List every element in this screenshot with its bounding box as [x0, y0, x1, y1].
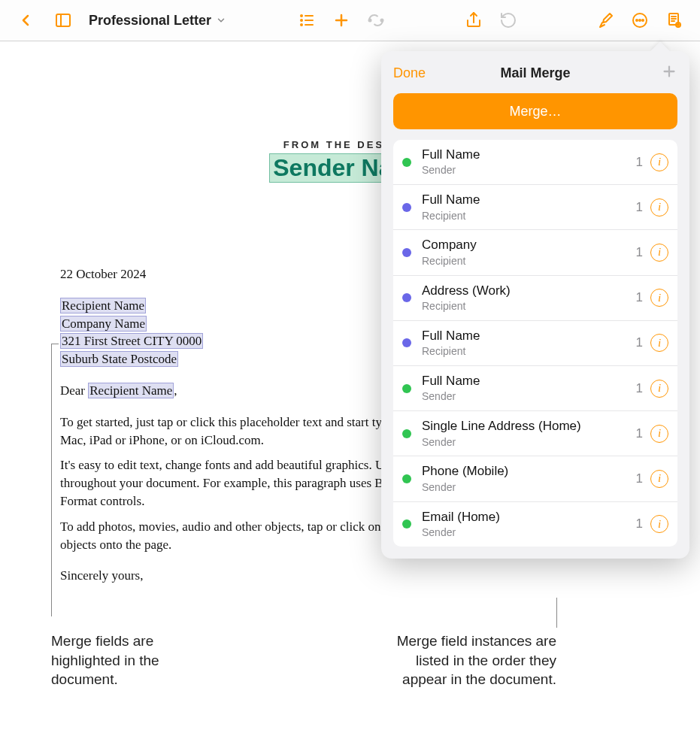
- info-icon[interactable]: i: [650, 289, 668, 307]
- field-count: 1: [636, 471, 643, 486]
- svg-point-2: [301, 15, 302, 17]
- field-dot-icon: [402, 338, 411, 347]
- field-dot-icon: [402, 293, 411, 302]
- callout-leader-right-v: [556, 598, 557, 628]
- info-icon[interactable]: i: [650, 198, 668, 217]
- field-count: 1: [636, 200, 643, 215]
- svg-point-11: [381, 20, 383, 22]
- salutation-prefix: Dear: [60, 383, 88, 398]
- field-role-label: Recipient: [422, 210, 636, 223]
- info-icon[interactable]: i: [650, 380, 668, 398]
- more-icon[interactable]: [623, 4, 656, 37]
- document-title-text: Professional Letter: [89, 13, 211, 29]
- field-count: 1: [636, 335, 643, 350]
- field-dot-icon: [402, 474, 411, 483]
- document-title[interactable]: Professional Letter: [89, 13, 226, 29]
- callouts-area: Merge fields are highlighted in the docu…: [0, 616, 700, 748]
- field-role-label: Recipient: [422, 300, 636, 313]
- field-count: 1: [636, 516, 643, 531]
- svg-point-4: [301, 20, 302, 21]
- info-icon[interactable]: i: [650, 153, 668, 171]
- merge-field-row[interactable]: Company Recipient 1 i: [393, 230, 677, 275]
- salutation-suffix: ,: [174, 383, 177, 398]
- recipient-name-merge-field[interactable]: Recipient Name: [60, 298, 146, 313]
- field-count: 1: [636, 290, 643, 305]
- field-dot-icon: [402, 384, 411, 393]
- merge-field-row[interactable]: Phone (Mobile) Sender 1 i: [393, 456, 677, 501]
- merge-field-list: Full Name Sender 1 i Full Name Recipient…: [393, 140, 677, 547]
- popover-title: Mail Merge: [500, 65, 570, 81]
- field-role-label: Sender: [422, 481, 636, 494]
- svg-point-10: [369, 20, 371, 22]
- field-role-label: Sender: [422, 164, 636, 177]
- field-name-label: Company: [422, 238, 636, 253]
- info-icon[interactable]: i: [650, 334, 668, 352]
- back-icon[interactable]: [9, 4, 42, 37]
- merge-field-row[interactable]: Email (Home) Sender 1 i: [393, 502, 677, 547]
- field-name-label: Full Name: [422, 147, 636, 162]
- document-settings-icon[interactable]: [658, 4, 691, 37]
- info-icon[interactable]: i: [650, 515, 668, 533]
- field-name-label: Full Name: [422, 329, 636, 344]
- collaboration-icon[interactable]: [359, 4, 392, 37]
- chevron-down-icon: [216, 15, 226, 26]
- callout-leader-left-v: [51, 344, 52, 616]
- field-role-label: Recipient: [422, 255, 636, 268]
- field-dot-icon: [402, 248, 411, 257]
- merge-field-row[interactable]: Full Name Sender 1 i: [393, 366, 677, 411]
- field-role-label: Sender: [422, 526, 636, 539]
- field-dot-icon: [402, 429, 411, 438]
- merge-button[interactable]: Merge…: [393, 93, 677, 129]
- list-view-icon[interactable]: [290, 4, 323, 37]
- company-name-merge-field[interactable]: Company Name: [60, 316, 147, 332]
- popover-header: Done Mail Merge: [393, 63, 677, 83]
- field-name-label: Full Name: [422, 374, 636, 389]
- svg-point-14: [636, 20, 638, 21]
- svg-point-16: [642, 20, 644, 21]
- merge-field-row[interactable]: Full Name Sender 1 i: [393, 140, 677, 185]
- callout-leader-left-h: [51, 344, 59, 344]
- field-role-label: Recipient: [422, 345, 636, 358]
- merge-field-row[interactable]: Single Line Address (Home) Sender 1 i: [393, 411, 677, 456]
- format-brush-icon[interactable]: [589, 4, 622, 37]
- field-name-label: Single Line Address (Home): [422, 419, 636, 434]
- field-role-label: Sender: [422, 390, 636, 403]
- address-line1-merge-field[interactable]: 321 First Street CITY 0000: [60, 333, 203, 349]
- field-name-label: Email (Home): [422, 510, 636, 525]
- field-count: 1: [636, 426, 643, 441]
- info-icon[interactable]: i: [650, 425, 668, 443]
- info-icon[interactable]: i: [650, 470, 668, 488]
- sidebar-icon[interactable]: [47, 4, 80, 37]
- field-name-label: Address (Work): [422, 283, 636, 298]
- field-count: 1: [636, 155, 643, 170]
- closing-text: Sincerely yours,: [60, 567, 640, 585]
- done-button[interactable]: Done: [393, 65, 426, 81]
- svg-point-22: [677, 24, 679, 26]
- field-name-label: Full Name: [422, 192, 636, 207]
- undo-icon[interactable]: [492, 4, 525, 37]
- field-dot-icon: [402, 519, 411, 528]
- field-dot-icon: [402, 203, 411, 212]
- mail-merge-popover: Done Mail Merge Merge… Full Name Sender …: [381, 51, 689, 559]
- info-icon[interactable]: i: [650, 244, 668, 262]
- add-icon[interactable]: [325, 4, 358, 37]
- address-line2-merge-field[interactable]: Suburb State Postcode: [60, 351, 178, 367]
- svg-point-15: [639, 20, 641, 21]
- svg-rect-0: [56, 14, 70, 26]
- toolbar: Professional Letter: [0, 0, 700, 41]
- share-icon[interactable]: [457, 4, 490, 37]
- field-count: 1: [636, 245, 643, 260]
- field-name-label: Phone (Mobile): [422, 464, 636, 479]
- merge-field-row[interactable]: Full Name Recipient 1 i: [393, 321, 677, 366]
- field-count: 1: [636, 381, 643, 396]
- field-role-label: Sender: [422, 436, 636, 449]
- add-field-button[interactable]: [661, 63, 677, 83]
- callout-left: Merge fields are highlighted in the docu…: [51, 631, 217, 689]
- merge-field-row[interactable]: Address (Work) Recipient 1 i: [393, 276, 677, 321]
- salutation-name-merge-field[interactable]: Recipient Name: [88, 383, 174, 398]
- field-dot-icon: [402, 158, 411, 167]
- svg-point-6: [301, 24, 302, 26]
- callout-right: Merge field instances are listed in the …: [368, 631, 556, 689]
- merge-field-row[interactable]: Full Name Recipient 1 i: [393, 185, 677, 230]
